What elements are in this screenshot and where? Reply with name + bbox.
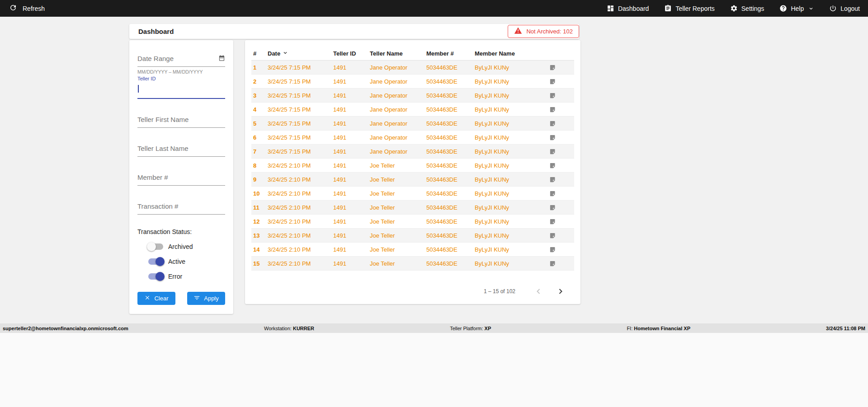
table-row[interactable]: 10 3/24/25 2:10 PM 1491 Joe Teller 50344…	[251, 187, 574, 201]
teller-id-field	[137, 81, 225, 99]
cell-member-number: 5034463DE	[426, 64, 475, 71]
note-icon[interactable]	[549, 260, 574, 267]
note-icon[interactable]	[549, 176, 574, 183]
table-row[interactable]: 1 3/24/25 7:15 PM 1491 Jane Operator 503…	[251, 61, 574, 75]
note-icon[interactable]	[549, 218, 574, 225]
cell-teller-id: 1491	[333, 120, 370, 127]
note-icon[interactable]	[549, 148, 574, 155]
col-header-teller-id[interactable]: Teller ID	[333, 50, 370, 57]
calendar-icon[interactable]	[218, 55, 225, 63]
nav-help[interactable]: Help	[779, 5, 814, 12]
table-row[interactable]: 4 3/24/25 7:15 PM 1491 Jane Operator 503…	[251, 103, 574, 117]
nav-dashboard[interactable]: Dashboard	[607, 5, 649, 12]
note-icon[interactable]	[549, 246, 574, 253]
table-row[interactable]: 5 3/24/25 7:15 PM 1491 Jane Operator 503…	[251, 117, 574, 131]
refresh-button[interactable]: Refresh	[9, 4, 45, 13]
cell-row-number: 8	[253, 162, 268, 169]
transaction-number-input[interactable]	[137, 200, 225, 215]
note-icon[interactable]	[549, 190, 574, 197]
archived-toggle[interactable]	[148, 243, 163, 250]
active-toggle[interactable]	[148, 258, 163, 265]
note-icon[interactable]	[549, 120, 574, 127]
table-row[interactable]: 6 3/24/25 7:15 PM 1491 Jane Operator 503…	[251, 131, 574, 145]
cell-row-number: 9	[253, 176, 268, 183]
cell-row-number: 4	[253, 106, 268, 113]
nav-dashboard-label: Dashboard	[618, 5, 649, 12]
note-icon[interactable]	[549, 162, 574, 169]
toggle-row-active: Active	[137, 258, 225, 265]
cell-teller-name: Jane Operator	[370, 134, 426, 141]
nav-settings[interactable]: Settings	[730, 5, 764, 12]
col-header-teller-name[interactable]: Teller Name	[370, 50, 426, 57]
table-row[interactable]: 7 3/24/25 7:15 PM 1491 Jane Operator 503…	[251, 145, 574, 159]
cell-member-number: 5034463DE	[426, 162, 475, 169]
note-icon[interactable]	[549, 64, 574, 71]
cell-teller-name: Joe Teller	[370, 176, 426, 183]
note-icon[interactable]	[549, 204, 574, 211]
cell-member-number: 5034463DE	[426, 204, 475, 211]
table-row[interactable]: 14 3/24/25 2:10 PM 1491 Joe Teller 50344…	[251, 243, 574, 257]
date-range-input[interactable]	[137, 52, 225, 67]
cell-member-name: ByLyJI KUNy	[475, 246, 549, 253]
cell-date: 3/24/25 7:15 PM	[268, 92, 333, 99]
table-row[interactable]: 8 3/24/25 2:10 PM 1491 Joe Teller 503446…	[251, 159, 574, 173]
note-icon[interactable]	[549, 134, 574, 141]
cell-teller-name: Jane Operator	[370, 78, 426, 85]
note-icon[interactable]	[549, 78, 574, 85]
top-bar: Refresh Dashboard Teller Reports Setting…	[0, 0, 868, 17]
table-header-row: # Date Teller ID Teller Name Member # Me…	[251, 47, 574, 61]
note-icon[interactable]	[549, 232, 574, 239]
cell-teller-name: Jane Operator	[370, 106, 426, 113]
note-icon[interactable]	[549, 92, 574, 99]
cell-member-name: ByLyJI KUNy	[475, 162, 549, 169]
teller-id-input[interactable]	[137, 81, 225, 99]
nav-logout[interactable]: Logout	[829, 5, 860, 12]
col-header-member-name[interactable]: Member Name	[475, 50, 549, 57]
cell-teller-name: Jane Operator	[370, 92, 426, 99]
next-page-button[interactable]	[553, 284, 568, 299]
nav-teller-reports[interactable]: Teller Reports	[664, 5, 714, 12]
table-row[interactable]: 2 3/24/25 7:15 PM 1491 Jane Operator 503…	[251, 75, 574, 89]
date-range-format-hint: MM/DD/YYYY – MM/DD/YYYY	[137, 69, 225, 75]
cell-member-name: ByLyJI KUNy	[475, 204, 549, 211]
error-toggle[interactable]	[148, 273, 163, 280]
teller-first-name-input[interactable]	[137, 113, 225, 128]
cell-teller-name: Jane Operator	[370, 64, 426, 71]
toggle-row-archived: Archived	[137, 243, 225, 250]
col-header-date-label: Date	[268, 50, 280, 57]
cell-teller-id: 1491	[333, 162, 370, 169]
cell-date: 3/24/25 2:10 PM	[268, 246, 333, 253]
note-icon[interactable]	[549, 106, 574, 113]
table-row[interactable]: 3 3/24/25 7:15 PM 1491 Jane Operator 503…	[251, 89, 574, 103]
table-row[interactable]: 9 3/24/25 2:10 PM 1491 Joe Teller 503446…	[251, 173, 574, 187]
page-header: Dashboard Not Archived: 102	[129, 24, 579, 39]
table-body: 1 3/24/25 7:15 PM 1491 Jane Operator 503…	[251, 61, 574, 271]
cell-row-number: 7	[253, 148, 268, 155]
col-header-num[interactable]: #	[253, 50, 268, 57]
cell-member-number: 5034463DE	[426, 232, 475, 239]
cell-teller-id: 1491	[333, 218, 370, 225]
pagination-range-label: 1 – 15 of 102	[484, 288, 515, 295]
table-row[interactable]: 15 3/24/25 2:10 PM 1491 Joe Teller 50344…	[251, 257, 574, 271]
cell-teller-name: Joe Teller	[370, 190, 426, 197]
table-row[interactable]: 13 3/24/25 2:10 PM 1491 Joe Teller 50344…	[251, 229, 574, 243]
cell-member-number: 5034463DE	[426, 246, 475, 253]
cell-date: 3/24/25 2:10 PM	[268, 232, 333, 239]
table-row[interactable]: 12 3/24/25 2:10 PM 1491 Joe Teller 50344…	[251, 215, 574, 229]
clear-button[interactable]: Clear	[137, 292, 175, 305]
teller-first-name-field	[137, 113, 225, 128]
col-header-date[interactable]: Date	[268, 50, 333, 57]
col-header-member-num[interactable]: Member #	[426, 50, 475, 57]
apply-button[interactable]: Apply	[187, 292, 225, 305]
cell-date: 3/24/25 7:15 PM	[268, 106, 333, 113]
cell-row-number: 13	[253, 232, 268, 239]
cell-date: 3/24/25 2:10 PM	[268, 190, 333, 197]
dashboard-icon	[607, 5, 614, 12]
teller-platform-info: Teller Platform: XP	[450, 326, 491, 331]
member-number-input[interactable]	[137, 171, 225, 186]
teller-last-name-field	[137, 142, 225, 157]
previous-page-button[interactable]	[531, 284, 546, 299]
teller-last-name-input[interactable]	[137, 142, 225, 157]
table-row[interactable]: 11 3/24/25 2:10 PM 1491 Joe Teller 50344…	[251, 201, 574, 215]
cell-member-number: 5034463DE	[426, 218, 475, 225]
